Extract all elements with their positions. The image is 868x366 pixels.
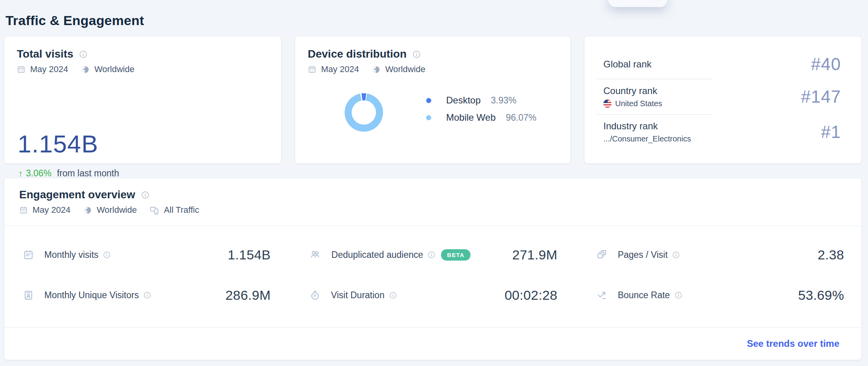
legend-label: Mobile Web [446,112,496,123]
legend-item-mobile: Mobile Web 96.07% [426,112,536,123]
metric-label: Monthly visits [44,250,98,260]
total-visits-title: Total visits [17,48,73,60]
total-visits-card: Total visits May 2024 Worldwide 1.154B ↑… [4,36,281,163]
metric-value: 286.9M [225,288,271,303]
industry-rank-row: Industry rank .../Consumer_Electronics #… [603,115,841,149]
globe-icon [372,65,381,74]
globe-icon [83,206,92,215]
monthly-visits-icon [23,250,34,260]
engagement-title: Engagement overview [19,188,135,201]
all-traffic-icon [149,205,159,215]
device-donut-chart [345,93,383,132]
period-label: May 2024 [30,64,68,74]
info-icon[interactable] [389,291,397,299]
info-icon[interactable] [674,291,683,299]
region-label: Worldwide [97,205,137,215]
metric-value: 00:02:28 [505,288,557,303]
page-title: Traffic & Engagement [5,13,144,28]
metric-monthly-unique-visitors: Monthly Unique Visitors 286.9M [23,281,271,309]
visit-duration-icon [310,290,320,301]
metric-value: 2.38 [818,247,844,263]
metric-deduplicated-audience: Deduplicated audience BETA 271.9M [310,241,557,268]
info-icon[interactable] [672,251,680,259]
desktop-dot-icon [426,98,431,103]
info-icon[interactable] [103,251,111,259]
calendar-icon [19,206,28,214]
total-visits-change: ↑ 3.06% from last month [18,168,119,179]
period-label: May 2024 [33,205,71,215]
country-rank-value: #147 [801,87,841,107]
country-rank-label: Country rank [603,85,662,96]
metric-label: Monthly Unique Visitors [44,290,139,301]
engagement-footer: See trends over time [4,327,861,360]
see-trends-link[interactable]: See trends over time [747,338,839,349]
bounce-rate-icon [597,290,607,301]
industry-path: .../Consumer_Electronics [603,134,691,143]
device-distribution-card: Device distribution May 2024 Worldwide [295,36,570,163]
engagement-overview-card: Engagement overview May 2024 Worldwide [4,178,861,360]
change-percent: 3.06% [26,168,51,179]
total-visits-value: 1.154B [18,130,98,158]
pages-per-visit-icon [597,250,607,260]
us-flag-icon [603,100,612,108]
change-suffix: from last month [57,168,119,179]
deduplicated-audience-icon [310,249,321,260]
metrics-grid: Monthly visits 1.154B Deduplicated audie… [4,226,861,309]
device-distribution-title: Device distribution [308,48,407,60]
globe-icon [81,65,90,74]
industry-rank-label: Industry rank [603,121,691,132]
monthly-unique-visitors-icon [23,290,34,301]
legend-label: Desktop [446,95,481,106]
legend-value: 96.07% [506,112,536,123]
metric-label: Pages / Visit [618,250,668,260]
traffic-label: All Traffic [164,205,199,215]
engagement-header: Engagement overview May 2024 Worldwide [4,178,861,215]
metric-label: Bounce Rate [618,290,670,301]
device-legend: Desktop 3.93% Mobile Web 96.07% [426,94,536,123]
region-label: Worldwide [94,64,134,74]
info-icon[interactable] [141,190,150,199]
country-name: United States [615,99,662,108]
metric-monthly-visits: Monthly visits 1.154B [23,241,271,268]
legend-item-desktop: Desktop 3.93% [426,94,536,106]
arrow-up-icon: ↑ [18,169,23,179]
summary-cards-row: Total visits May 2024 Worldwide 1.154B ↑… [4,36,861,163]
info-icon[interactable] [79,50,88,59]
calendar-icon [308,65,316,74]
region-label: Worldwide [385,64,425,74]
mobile-dot-icon [426,115,431,120]
industry-rank-value: #1 [821,122,841,142]
metric-label: Visit Duration [331,290,384,301]
metric-value: 1.154B [228,247,271,263]
metric-visit-duration: Visit Duration 00:02:28 [310,281,557,309]
period-label: May 2024 [321,64,359,74]
metric-value: 53.69% [798,288,844,303]
metric-label: Deduplicated audience [331,250,423,260]
metric-pages-per-visit: Pages / Visit 2.38 [597,241,844,268]
info-icon[interactable] [412,50,421,59]
metric-value: 271.9M [512,247,557,263]
legend-value: 3.93% [491,95,516,106]
tooltip-remnant [608,0,667,7]
global-rank-row: Global rank #40 [603,50,841,79]
beta-badge: BETA [441,249,470,261]
global-rank-label: Global rank [603,59,652,70]
calendar-icon [17,65,25,74]
info-icon[interactable] [427,251,436,259]
metric-bounce-rate: Bounce Rate 53.69% [597,281,844,309]
country-rank-row: Country rank United States #147 [603,79,841,114]
rank-card: Global rank #40 Country rank United Stat… [585,36,861,163]
global-rank-value: #40 [811,54,841,74]
info-icon[interactable] [143,291,151,299]
